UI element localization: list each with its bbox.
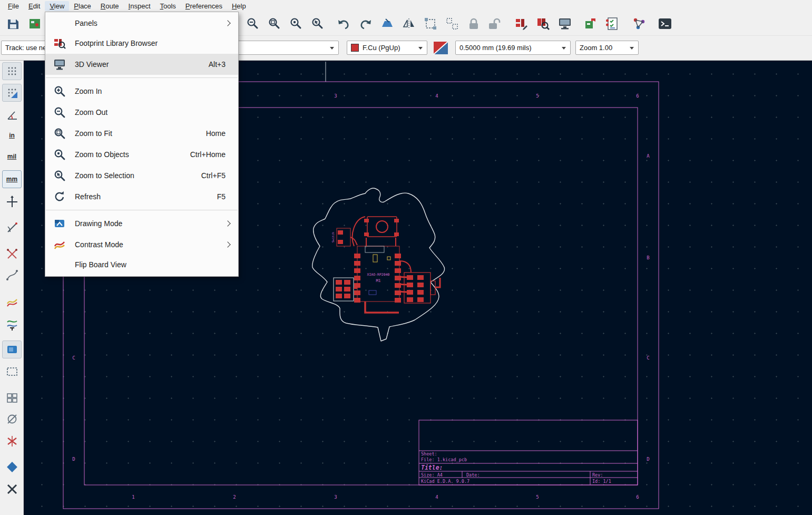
menu-edit[interactable]: Edit <box>24 1 45 11</box>
group-button[interactable] <box>422 15 439 32</box>
crosshair-cursor-button[interactable] <box>2 193 22 211</box>
menu-preferences[interactable]: Preferences <box>181 1 227 11</box>
grid-value: 0.5000 mm (19.69 mils) <box>459 44 532 52</box>
plugin-button[interactable] <box>631 15 648 32</box>
grid-select[interactable]: 0.5000 mm (19.69 mils) <box>455 41 571 55</box>
pad-sketch-button[interactable] <box>2 389 22 407</box>
menu-item-flip-board-view[interactable]: Flip Board View <box>45 255 238 274</box>
curved-ratsnest-button[interactable] <box>2 266 22 284</box>
menu-tools[interactable]: Tools <box>155 1 181 11</box>
layer-select[interactable]: F.Cu (PgUp) <box>347 41 427 55</box>
menu-route[interactable]: Route <box>96 1 124 11</box>
layer-pair-toggle[interactable] <box>433 41 449 55</box>
zoom-objects-button[interactable] <box>288 15 305 32</box>
layer-color-swatch <box>351 44 359 52</box>
lock-icon <box>468 17 480 31</box>
cross-probe-button[interactable] <box>2 480 22 498</box>
footprint-editor-button[interactable] <box>513 15 530 32</box>
grid-dots-icon <box>6 65 18 77</box>
svg-text:4: 4 <box>435 494 438 500</box>
menu-item-zoom-out[interactable]: Zoom Out <box>45 102 238 123</box>
zoom-selection-button[interactable] <box>309 15 326 32</box>
menu-separator <box>46 210 238 210</box>
mirror-button[interactable] <box>400 15 417 32</box>
zone-outline-icon <box>6 365 18 378</box>
group-icon <box>424 17 437 31</box>
menu-item-3d-viewer[interactable]: 3D Viewer Alt+3 <box>45 54 238 75</box>
zoom-select[interactable]: Zoom 1.00 <box>575 41 639 55</box>
units-mm-button[interactable]: mm <box>2 170 22 188</box>
ratsnest-hide-button[interactable] <box>2 245 22 263</box>
units-in-button[interactable]: in <box>2 127 22 144</box>
track-sketch-button[interactable] <box>2 432 22 450</box>
menu-item-zoom-to-objects[interactable]: Zoom to Objects Ctrl+Home <box>45 144 238 165</box>
refresh-icon <box>52 190 67 203</box>
units-mil-label: mil <box>7 153 16 160</box>
zoom-fit-button[interactable] <box>266 15 283 32</box>
menu-item-refresh[interactable]: Refresh F5 <box>45 186 238 207</box>
menu-place[interactable]: Place <box>69 1 96 11</box>
left-toolbar: in mil mm <box>0 61 24 515</box>
zone-outline-button[interactable] <box>2 363 22 381</box>
polar-coords-button[interactable] <box>2 106 22 124</box>
pad-sketch-icon <box>6 392 18 404</box>
chevron-down-icon <box>418 47 423 50</box>
via-sketch-button[interactable] <box>2 410 22 428</box>
menu-item-drawing-mode[interactable]: Drawing Mode <box>45 213 238 234</box>
menu-separator <box>46 77 238 78</box>
board-setup-button[interactable] <box>26 15 43 32</box>
undo-button[interactable] <box>335 15 352 32</box>
unlock-button[interactable] <box>486 15 503 32</box>
scripting-console-icon <box>658 17 672 31</box>
menu-item-zoom-in[interactable]: Zoom In <box>45 81 238 102</box>
menu-item-contrast-mode[interactable]: Contrast Mode <box>45 234 238 255</box>
tb-sheet: Sheet: <box>421 451 437 456</box>
tb-generator: KiCad E.D.A. 9.0.7 <box>421 479 469 484</box>
ungroup-button[interactable] <box>444 15 461 32</box>
grid-dots-button[interactable] <box>2 62 22 80</box>
drawing-mode-icon <box>52 217 67 230</box>
menu-item-zoom-to-selection[interactable]: Zoom to Selection Ctrl+F5 <box>45 165 238 186</box>
menu-item-zoom-to-fit[interactable]: Zoom to Fit Home <box>45 123 238 144</box>
menu-item-footprint-library-browser[interactable]: Footprint Library Browser <box>45 33 238 54</box>
ratsnest-toggle-button[interactable] <box>2 219 22 237</box>
zoom-to-selection-icon <box>52 169 67 182</box>
redo-button[interactable] <box>357 15 374 32</box>
inactive-layer-dim-button[interactable] <box>2 458 22 476</box>
zoom-out-button[interactable] <box>244 15 261 32</box>
menu-view[interactable]: View <box>45 1 69 11</box>
footprint-browser-button[interactable] <box>535 15 552 32</box>
menu-file[interactable]: File <box>3 1 24 11</box>
viewer3d-button[interactable] <box>556 15 573 32</box>
polar-coords-icon <box>6 109 18 121</box>
tb-file: File: 1.kicad_pcb <box>421 457 467 462</box>
net-highlight-icon <box>6 295 18 308</box>
units-mil-button[interactable]: mil <box>2 148 22 166</box>
update-pcb-button[interactable] <box>582 15 599 32</box>
net-colors-button[interactable] <box>2 315 22 333</box>
menu-help[interactable]: Help <box>227 1 251 11</box>
inactive-layer-dim-icon <box>6 461 18 473</box>
zoom-to-objects-icon <box>52 148 67 161</box>
save-icon <box>6 17 20 31</box>
svg-text:2: 2 <box>233 494 236 500</box>
plot-button[interactable] <box>379 15 396 32</box>
svg-text:A: A <box>647 153 650 159</box>
drc-button[interactable] <box>604 15 621 32</box>
menu-item-panels[interactable]: Panels <box>45 14 238 33</box>
track-sketch-icon <box>6 435 18 448</box>
grid-override-button[interactable] <box>2 84 22 102</box>
tb-date: Date: <box>466 472 480 478</box>
net-highlight-button[interactable] <box>2 293 22 310</box>
view-menu-dropdown: Panels Footprint Library Browser 3D View… <box>45 12 239 277</box>
menubar: File Edit View Place Route Inspect Tools… <box>0 0 812 12</box>
submenu-arrow-icon <box>224 220 230 226</box>
zone-fill-button[interactable] <box>2 341 22 358</box>
menu-inspect[interactable]: Inspect <box>124 1 155 11</box>
svg-text:D: D <box>647 456 649 462</box>
lock-button[interactable] <box>465 15 482 32</box>
save-button[interactable] <box>5 15 22 32</box>
sheet-grid-labels-bottom: 1 2 3 4 5 6 <box>132 494 639 500</box>
scripting-console-button[interactable] <box>657 15 673 32</box>
footprint-switch-ref: Switch <box>331 232 335 242</box>
